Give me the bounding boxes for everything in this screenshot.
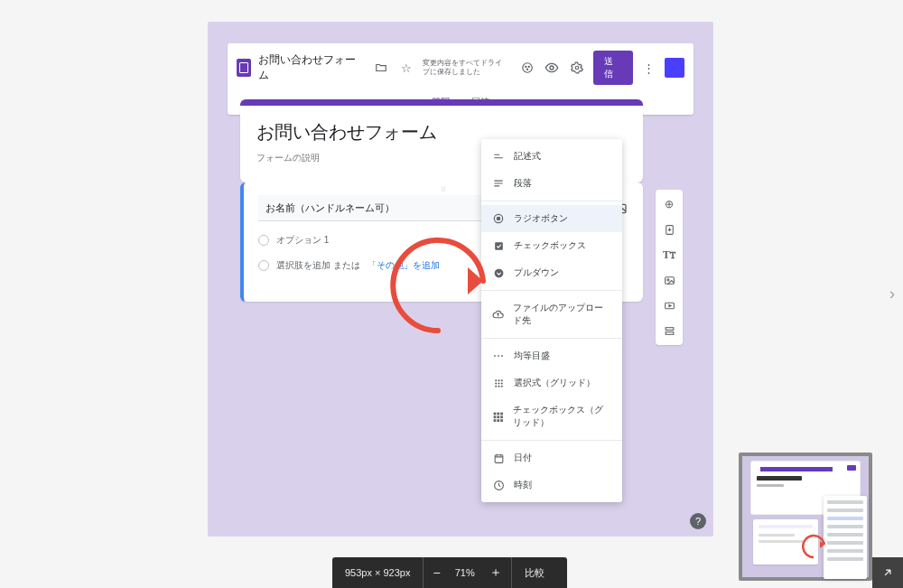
dimensions-readout: 953px × 923px <box>332 557 423 588</box>
svg-point-3 <box>526 69 527 70</box>
editor-canvas: お問い合わせフォーム ☆ 変更内容をすべてドライブに保存しました 送信 ⋮ 質問… <box>208 22 713 537</box>
svg-point-27 <box>500 385 502 387</box>
minimap-arrow-icon <box>802 534 827 559</box>
svg-point-4 <box>550 66 554 70</box>
svg-rect-13 <box>666 327 674 330</box>
svg-rect-33 <box>500 415 503 418</box>
svg-point-26 <box>498 385 499 387</box>
add-other-link[interactable]: 「その他」を追加 <box>368 259 440 272</box>
more-icon[interactable]: ⋮ <box>640 59 658 77</box>
type-paragraph[interactable]: 段落 <box>481 170 622 197</box>
save-status: 変更内容をすべてドライブに保存しました <box>423 59 504 76</box>
svg-point-18 <box>494 268 503 277</box>
type-dropdown[interactable]: プルダウン <box>481 259 622 286</box>
radio-button-icon <box>492 212 505 225</box>
svg-point-24 <box>500 382 502 384</box>
calendar-icon <box>492 452 505 464</box>
type-checkbox-grid[interactable]: チェックボックス（グリッド） <box>481 397 622 436</box>
svg-rect-29 <box>497 412 499 415</box>
clock-icon <box>492 479 505 491</box>
svg-point-21 <box>500 379 502 381</box>
folder-icon[interactable] <box>372 59 390 77</box>
avatar[interactable] <box>665 58 684 78</box>
svg-point-22 <box>495 382 497 384</box>
expand-corner-button[interactable] <box>872 557 903 588</box>
radio-icon <box>258 260 269 271</box>
type-date[interactable]: 日付 <box>481 444 622 471</box>
svg-rect-17 <box>495 242 503 250</box>
add-question-icon[interactable]: ⊕ <box>660 195 678 213</box>
type-time[interactable]: 時刻 <box>481 471 622 499</box>
gear-icon[interactable] <box>568 59 586 77</box>
palette-icon[interactable] <box>518 59 536 77</box>
preview-icon[interactable] <box>543 59 561 77</box>
svg-point-16 <box>497 217 500 220</box>
minimap[interactable] <box>739 453 872 581</box>
add-title-icon[interactable]: Tᴛ <box>660 246 678 264</box>
grid-check-icon <box>492 410 504 423</box>
svg-point-1 <box>525 66 526 67</box>
compare-button[interactable]: 比較 <box>512 557 557 588</box>
add-image-icon[interactable] <box>660 271 678 289</box>
svg-rect-35 <box>497 419 499 422</box>
import-icon[interactable] <box>660 220 678 238</box>
zoom-in-button[interactable]: ＋ <box>480 565 511 581</box>
svg-rect-31 <box>494 415 497 418</box>
svg-rect-30 <box>500 412 503 415</box>
svg-point-5 <box>575 66 579 70</box>
type-radio[interactable]: ラジオボタン <box>481 205 622 232</box>
doc-title[interactable]: お問い合わせフォーム <box>258 52 365 83</box>
svg-point-20 <box>498 379 499 381</box>
type-short-answer[interactable]: 記述式 <box>481 143 622 170</box>
svg-rect-14 <box>666 331 674 334</box>
zoom-out-button[interactable]: − <box>424 565 449 580</box>
svg-point-23 <box>498 382 499 384</box>
svg-point-19 <box>495 379 497 381</box>
checkbox-icon <box>492 239 505 252</box>
forms-logo-icon <box>237 59 251 77</box>
svg-point-0 <box>522 63 532 73</box>
svg-point-10 <box>666 278 668 280</box>
viewer-bottom-bar: 953px × 923px − 71% ＋ 比較 <box>332 557 567 588</box>
svg-rect-32 <box>497 415 499 418</box>
drag-handle-icon[interactable]: ⠿ <box>441 186 447 194</box>
svg-rect-34 <box>494 419 497 422</box>
side-toolbar: ⊕ Tᴛ <box>656 190 683 345</box>
question-type-menu: 記述式 段落 ラジオボタン チェックボックス プルダウン <box>481 139 622 502</box>
svg-rect-28 <box>494 412 497 415</box>
add-option-text[interactable]: 選択肢を追加 または <box>276 259 360 272</box>
svg-point-2 <box>528 66 529 67</box>
grid-icon <box>492 377 505 389</box>
add-section-icon[interactable] <box>660 322 678 340</box>
help-icon[interactable]: ? <box>690 513 706 529</box>
option-1-label[interactable]: オプション 1 <box>276 234 329 247</box>
type-file-upload[interactable]: ファイルのアップロード先 <box>481 294 622 334</box>
radio-icon <box>258 235 269 246</box>
svg-rect-37 <box>495 454 503 462</box>
next-page-chevron-icon[interactable]: › <box>881 276 903 313</box>
type-linear-scale[interactable]: ⋯ 均等目盛 <box>481 342 622 369</box>
add-video-icon[interactable] <box>660 296 678 314</box>
star-icon[interactable]: ☆ <box>397 59 415 77</box>
forms-topbar: お問い合わせフォーム ☆ 変更内容をすべてドライブに保存しました 送信 ⋮ <box>228 43 694 85</box>
svg-rect-36 <box>500 419 503 422</box>
zoom-level: 71% <box>450 557 480 588</box>
dropdown-icon <box>492 266 505 279</box>
scale-icon: ⋯ <box>492 350 505 362</box>
svg-marker-12 <box>668 304 670 306</box>
upload-icon <box>492 308 504 321</box>
send-button[interactable]: 送信 <box>593 51 633 85</box>
paragraph-icon <box>492 177 505 190</box>
svg-point-25 <box>495 385 497 387</box>
type-radio-grid[interactable]: 選択式（グリッド） <box>481 369 622 397</box>
short-text-icon <box>492 150 505 163</box>
type-checkbox[interactable]: チェックボックス <box>481 232 622 259</box>
